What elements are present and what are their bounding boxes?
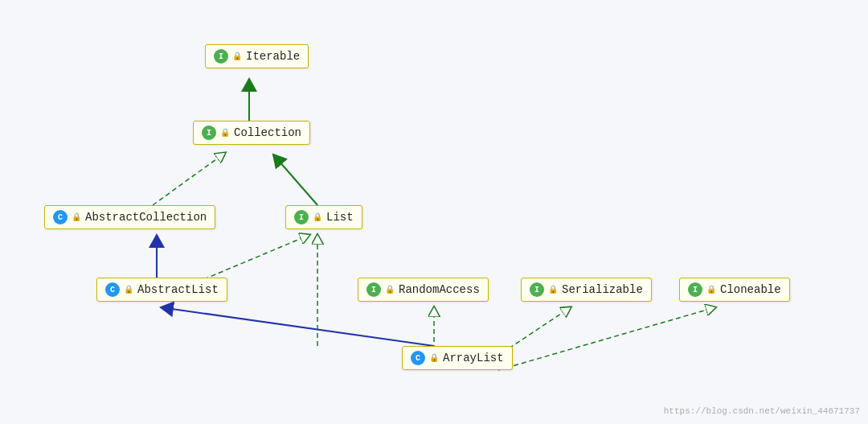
label-list: List [326,211,354,224]
diagram-container: I 🔒 Iterable I 🔒 Collection C 🔒 Abstract… [0,0,868,424]
label-serializable: Serializable [562,283,643,296]
node-abstractcollection: C 🔒 AbstractCollection [44,205,215,229]
label-collection: Collection [234,126,301,139]
badge-iterable: I [214,49,228,64]
svg-line-2 [273,154,317,205]
label-cloneable: Cloneable [720,283,781,296]
badge-cloneable: I [688,282,702,297]
label-abstractcollection: AbstractCollection [85,211,207,224]
badge-abstractcollection: C [53,210,68,224]
badge-randomaccess: I [366,282,381,297]
node-list: I 🔒 List [285,205,362,229]
badge-list: I [294,210,309,224]
node-randomaccess: I 🔒 RandomAccess [358,278,489,302]
svg-line-9 [498,307,715,370]
badge-abstractlist: C [105,282,120,297]
svg-line-6 [161,307,434,346]
svg-line-1 [153,153,225,205]
badge-collection: I [202,126,216,140]
node-abstractlist: C 🔒 AbstractList [96,278,227,302]
label-randomaccess: RandomAccess [399,283,480,296]
badge-arraylist: C [411,351,425,365]
watermark: https://blog.csdn.net/weixin_44671737 [664,406,860,416]
node-iterable: I 🔒 Iterable [205,44,309,68]
node-collection: I 🔒 Collection [193,121,310,145]
node-cloneable: I 🔒 Cloneable [679,278,790,302]
label-arraylist: ArrayList [443,352,504,364]
label-iterable: Iterable [246,50,300,63]
badge-serializable: I [530,282,544,297]
label-abstractlist: AbstractList [137,283,219,296]
node-arraylist: C 🔒 ArrayList [402,346,513,370]
node-serializable: I 🔒 Serializable [521,278,652,302]
